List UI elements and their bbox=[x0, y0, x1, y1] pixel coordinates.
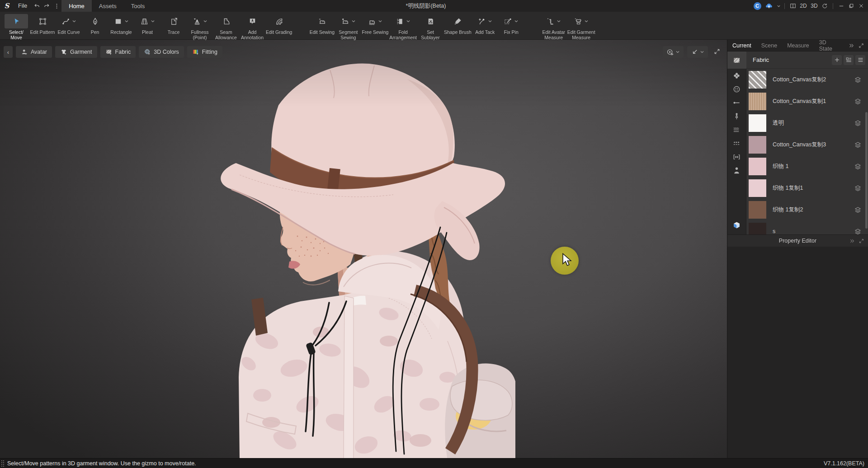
fabric-swatch[interactable] bbox=[749, 223, 766, 235]
fabric-list-scrollbar[interactable] bbox=[865, 112, 868, 229]
fabric-row[interactable]: 织物 1复制2 bbox=[746, 199, 868, 220]
redo-icon[interactable] bbox=[42, 0, 52, 12]
tool-segment-sewing[interactable]: Segment Sewing bbox=[335, 14, 361, 41]
cloud-chevron-icon[interactable] bbox=[776, 0, 781, 12]
layers-icon[interactable] bbox=[854, 206, 862, 214]
add-fabric-button[interactable] bbox=[832, 55, 842, 65]
tab-3d-state[interactable]: 3D State bbox=[814, 40, 844, 51]
mode-garment[interactable]: Garment bbox=[55, 46, 97, 58]
card-view-button[interactable] bbox=[844, 55, 854, 65]
view-2d-button[interactable]: 2D bbox=[798, 3, 809, 9]
expand-panel-icon[interactable] bbox=[858, 42, 864, 49]
tool-fix-pin[interactable]: Fix Pin bbox=[499, 14, 524, 35]
tool-free-sewing[interactable]: Free Sewing bbox=[362, 14, 388, 35]
expand-viewport-icon[interactable] bbox=[713, 48, 722, 56]
property-editor-header[interactable]: Property Editor bbox=[727, 234, 868, 247]
record-turntable-button[interactable] bbox=[663, 46, 684, 58]
account-badge[interactable]: C bbox=[752, 0, 762, 12]
tool-rectangle[interactable]: Rectangle bbox=[108, 14, 134, 35]
minimize-button[interactable] bbox=[836, 0, 846, 12]
layers-icon[interactable] bbox=[854, 141, 862, 149]
layers-icon[interactable] bbox=[854, 98, 862, 105]
tool-set-sublayer[interactable]: Set Sublayer bbox=[418, 14, 443, 41]
tool-edit-grading[interactable]: Edit Grading bbox=[266, 14, 292, 35]
category-topstitch-icon[interactable] bbox=[727, 136, 746, 150]
fabric-swatch[interactable] bbox=[749, 158, 766, 175]
tool-label: Fold Arrangement bbox=[389, 29, 417, 41]
arrow-tool-button[interactable] bbox=[687, 46, 708, 58]
layers-icon[interactable] bbox=[854, 228, 862, 235]
tool-pen[interactable]: Pen bbox=[82, 14, 108, 35]
category-pin-icon[interactable] bbox=[727, 96, 746, 109]
mode-fitting[interactable]: Fitting bbox=[187, 46, 222, 58]
tab-home[interactable]: Home bbox=[61, 0, 92, 12]
tool-shape-brush[interactable]: Shape Brush bbox=[444, 14, 472, 35]
avatar-3d-model[interactable] bbox=[194, 52, 515, 458]
3d-viewport[interactable]: ‹ AvatarGarmentFabric3D ColorsFitting bbox=[0, 40, 727, 458]
layers-icon[interactable] bbox=[854, 163, 862, 170]
fabric-swatch[interactable] bbox=[749, 136, 766, 154]
category-buckle-icon[interactable] bbox=[727, 150, 746, 164]
category-trim-clover-icon[interactable] bbox=[727, 69, 746, 82]
sync-icon[interactable] bbox=[820, 0, 830, 12]
mode-fabric[interactable]: Fabric bbox=[100, 46, 136, 58]
file-menu[interactable]: File bbox=[14, 0, 32, 12]
collapse-property-icon[interactable] bbox=[849, 238, 855, 244]
tool-edit-sewing[interactable]: Edit Sewing bbox=[309, 14, 335, 35]
expand-property-icon[interactable] bbox=[859, 238, 864, 244]
category-shirring-icon[interactable] bbox=[727, 123, 746, 136]
fabric-row[interactable]: 透明 bbox=[746, 112, 868, 134]
status-drag-handle bbox=[1, 460, 5, 467]
tool-fullness-point[interactable]: Fullness (Point) bbox=[187, 14, 212, 41]
tab-scene[interactable]: Scene bbox=[756, 40, 782, 51]
layers-icon[interactable] bbox=[854, 76, 862, 84]
tool-fold-arrangement[interactable]: Fold Arrangement bbox=[389, 14, 417, 41]
tool-add-tack[interactable]: Add Tack bbox=[472, 14, 498, 35]
close-button[interactable] bbox=[856, 0, 866, 12]
add-annotation-icon bbox=[241, 14, 264, 28]
tab-current[interactable]: Current bbox=[727, 40, 756, 51]
tool-select-move[interactable]: Select/ Move bbox=[4, 14, 29, 41]
category-fabric-category-icon[interactable] bbox=[727, 51, 746, 69]
restore-button[interactable] bbox=[846, 0, 856, 12]
fabric-row[interactable]: Cotton_Canvas复制3 bbox=[746, 134, 868, 155]
tool-edit-garment-measure[interactable]: Edit Garment Measure bbox=[567, 14, 595, 41]
fabric-row[interactable]: 织物 1复制1 bbox=[746, 177, 868, 199]
collapse-panel-icon[interactable] bbox=[848, 42, 854, 49]
fabric-row[interactable]: Cotton_Canvas复制2 bbox=[746, 69, 868, 90]
layers-icon[interactable] bbox=[854, 119, 862, 127]
tool-seam-allowance[interactable]: Seam Allowance bbox=[213, 14, 239, 41]
fabric-row[interactable]: Cotton_Canvas复制1 bbox=[746, 90, 868, 112]
category-zipper-icon[interactable] bbox=[727, 109, 746, 123]
split-layout-icon[interactable] bbox=[788, 0, 798, 12]
list-view-button[interactable] bbox=[855, 55, 865, 65]
fabric-swatch[interactable] bbox=[749, 93, 766, 110]
fabric-row[interactable]: s bbox=[746, 220, 868, 234]
fabric-swatch[interactable] bbox=[749, 201, 766, 219]
tool-edit-curve[interactable]: Edit Curve bbox=[56, 14, 81, 35]
tab-tools[interactable]: Tools bbox=[124, 0, 152, 12]
collapse-left-icon[interactable]: ‹ bbox=[4, 46, 13, 58]
category-button-icon[interactable] bbox=[727, 82, 746, 96]
tool-add-annotation[interactable]: Add Annotation bbox=[240, 14, 265, 41]
fabric-swatch[interactable] bbox=[749, 71, 766, 89]
tool-trace[interactable]: Trace bbox=[161, 14, 186, 35]
view-3d-button[interactable]: 3D bbox=[809, 3, 820, 9]
mode-3d-colors[interactable]: 3D Colors bbox=[139, 46, 184, 58]
tab-measure[interactable]: Measure bbox=[782, 40, 814, 51]
tool-pleat[interactable]: Pleat bbox=[135, 14, 160, 35]
undo-icon[interactable] bbox=[32, 0, 42, 12]
more-menu-icon[interactable] bbox=[52, 0, 61, 12]
mode-avatar[interactable]: Avatar bbox=[16, 46, 52, 58]
fabric-row[interactable]: 织物 1 bbox=[746, 155, 868, 177]
cloud-upload-icon[interactable] bbox=[762, 0, 776, 12]
fabric-swatch[interactable] bbox=[749, 114, 766, 132]
fabric-swatch[interactable] bbox=[749, 179, 766, 197]
layers-icon[interactable] bbox=[854, 184, 862, 192]
tool-edit-avatar-measure[interactable]: Edit Avatar Measure bbox=[541, 14, 566, 41]
category-human-icon[interactable] bbox=[727, 164, 746, 177]
tab-assets[interactable]: Assets bbox=[92, 0, 124, 12]
tool-edit-pattern[interactable]: Edit Pattern bbox=[30, 14, 55, 35]
category-cube-3d-icon[interactable] bbox=[727, 218, 746, 232]
fix-pin-icon bbox=[500, 14, 523, 28]
